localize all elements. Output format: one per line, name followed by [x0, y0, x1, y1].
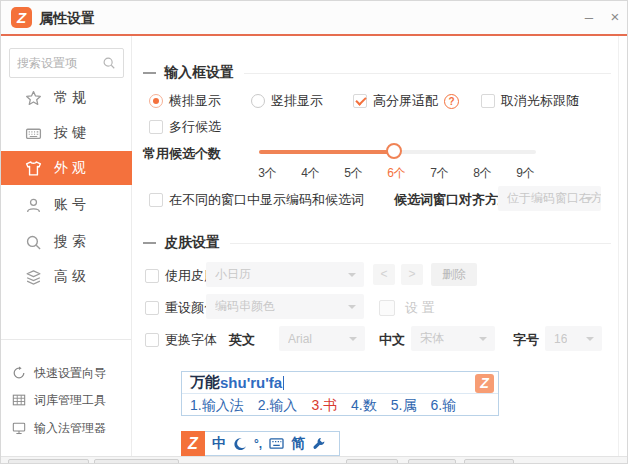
sidebar-item-search[interactable]: 搜 索	[1, 225, 132, 259]
bottom-buttonbar	[1, 456, 627, 464]
hidpi-checkbox[interactable]	[353, 94, 367, 108]
composition-pinyin: shu'ru'fa	[220, 374, 282, 391]
monitor-icon	[11, 421, 26, 436]
multiline-row: 多行候选	[149, 118, 221, 136]
slider-tick-label[interactable]: 4个	[289, 165, 332, 182]
font-size-value: 16	[554, 332, 567, 346]
slider-tick-label-selected[interactable]: 6个	[375, 165, 418, 182]
change-font-checkbox[interactable]	[145, 333, 159, 347]
candidate-count-label: 常用候选个数	[143, 145, 221, 163]
candidate-item: 1.输入法	[190, 397, 244, 415]
user-icon	[25, 197, 42, 214]
section-dash	[143, 242, 156, 244]
properties-window: Z 属性设置 – × 常 规 按 键 外 观	[0, 0, 628, 464]
show-in-windows-checkbox[interactable]	[149, 193, 163, 207]
bottom-left-button-2[interactable]	[94, 459, 179, 464]
font-size-dropdown[interactable]: 16	[545, 326, 602, 351]
slider-tick-label[interactable]: 7个	[418, 165, 461, 182]
font-size-labelwrap: 字号	[513, 331, 539, 349]
color-target-dropdown[interactable]: 编码串颜色	[206, 294, 364, 319]
use-skin-checkbox[interactable]	[145, 269, 159, 283]
display-direction-row: 横排显示 竖排显示 高分屏适配 ? 取消光标跟随	[149, 92, 579, 110]
skin-delete-button[interactable]: 删除	[431, 263, 477, 286]
sidebar-divider	[1, 339, 131, 340]
chinese-font-dropdown[interactable]: 宋体	[411, 326, 495, 351]
ime-manager-tool[interactable]: 输入法管理器	[1, 417, 132, 439]
tshirt-icon	[25, 160, 42, 177]
section-dash	[143, 72, 156, 74]
candidate-item: 4.数	[351, 397, 377, 415]
bottom-left-button-1[interactable]	[8, 459, 89, 464]
align-row: 候选词窗口对齐方式	[394, 191, 511, 209]
chinese-font-labelwrap: 中文	[379, 331, 405, 349]
color-dropdown-value: 编码串颜色	[215, 298, 275, 315]
bottom-right-button-2[interactable]	[408, 459, 456, 464]
font-size-label: 字号	[513, 331, 539, 349]
bottom-right-button-1[interactable]	[346, 459, 398, 464]
candidate-count-row: 常用候选个数	[143, 145, 221, 163]
chinese-font-value: 宋体	[420, 330, 444, 347]
cancel-cursor-checkbox[interactable]	[481, 94, 495, 108]
slider-tick-label[interactable]: 9个	[504, 165, 547, 182]
sidebar-item-appearance[interactable]: 外 观	[1, 151, 132, 185]
quick-setup-wizard[interactable]: 快速设置向导	[1, 362, 132, 384]
slider-handle[interactable]	[386, 143, 402, 159]
sidebar-item-label: 高 级	[54, 268, 86, 286]
slider-tick-label[interactable]: 8个	[461, 165, 504, 182]
section-title: 皮肤设置	[164, 234, 220, 252]
horizontal-display-radio[interactable]	[149, 94, 163, 108]
skin-prev-button[interactable]: <	[373, 264, 395, 285]
search-input[interactable]	[17, 50, 101, 76]
window-title: 属性设置	[39, 10, 95, 28]
dictionary-manager-tool[interactable]: 词库管理工具	[1, 389, 132, 411]
align-label: 候选词窗口对齐方式	[394, 191, 511, 209]
vertical-display-label: 竖排显示	[271, 92, 323, 110]
wrench-icon	[312, 437, 325, 450]
change-font-label: 更换字体	[165, 331, 217, 349]
ime-preview-box: 万能 shu'ru'fa Z 1.输入法 2.输入 3.书 4.数 5.属 6.…	[181, 371, 499, 416]
magnifier-icon	[25, 234, 42, 251]
search-icon	[102, 56, 116, 74]
content-right-edge	[618, 36, 619, 456]
reset-color-checkbox[interactable]	[145, 301, 159, 315]
skin-dropdown-value: 小日历	[215, 266, 251, 283]
chevron-down-icon	[348, 305, 356, 309]
chevron-down-icon	[479, 337, 487, 341]
candidate-item: 2.输入	[258, 397, 298, 415]
tool-item-label: 输入法管理器	[34, 420, 106, 437]
english-font-dropdown[interactable]: Arial	[279, 326, 365, 351]
titlebar: Z 属性设置 – ×	[1, 1, 627, 34]
softkeyboard-icon	[269, 437, 284, 450]
chevron-down-icon	[585, 197, 593, 201]
sidebar-item-advanced[interactable]: 高 级	[1, 260, 132, 294]
star-icon	[25, 90, 42, 107]
close-button[interactable]: ×	[605, 9, 625, 27]
hidpi-label: 高分屏适配	[373, 92, 438, 110]
dictionary-icon	[11, 393, 26, 408]
sidebar-item-account[interactable]: 账 号	[1, 188, 132, 222]
wizard-icon	[11, 366, 26, 381]
help-icon[interactable]: ?	[444, 94, 459, 109]
sidebar-item-general[interactable]: 常 规	[1, 81, 132, 115]
change-font-row: 更换字体 英文	[145, 331, 255, 349]
slider-tick-label[interactable]: 5个	[332, 165, 375, 182]
app-logo-icon: Z	[11, 7, 32, 28]
bottom-right-button-3[interactable]	[464, 459, 514, 464]
sidebar-item-label: 账 号	[54, 196, 86, 214]
align-dropdown[interactable]: 位于编码窗口右方	[498, 186, 601, 211]
settings-search-box[interactable]	[9, 48, 124, 78]
candidates-line: 1.输入法 2.输入 3.书 4.数 5.属 6.输	[182, 395, 498, 416]
minimize-button[interactable]: –	[579, 9, 599, 27]
color-checkbox[interactable]	[379, 300, 395, 316]
vertical-display-radio[interactable]	[251, 94, 265, 108]
candidate-count-slider[interactable]	[259, 150, 536, 154]
section-line	[230, 243, 611, 244]
slider-tick-label[interactable]: 3个	[246, 165, 289, 182]
sidebar-item-keys[interactable]: 按 键	[1, 116, 132, 150]
sidebar-item-label: 外 观	[54, 159, 86, 177]
multiline-checkbox[interactable]	[149, 120, 163, 134]
skin-next-button[interactable]: >	[401, 264, 423, 285]
ime-logo-icon: Z	[181, 431, 205, 456]
skin-dropdown[interactable]: 小日历	[206, 262, 364, 287]
layers-icon	[25, 269, 42, 286]
